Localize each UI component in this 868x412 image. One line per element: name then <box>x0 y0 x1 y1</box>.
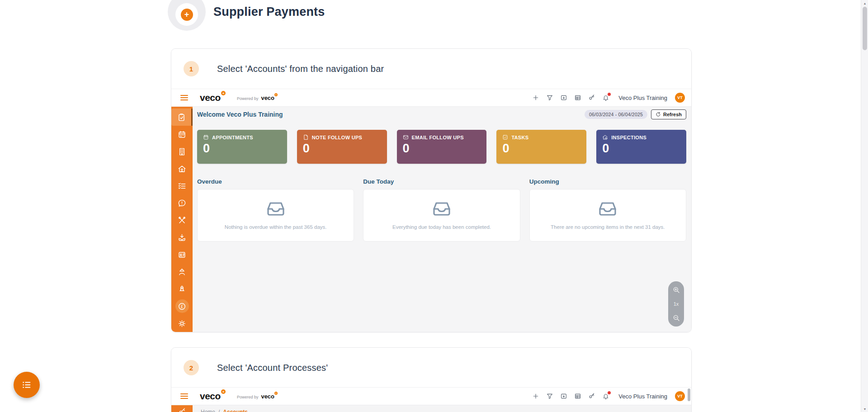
bell-icon[interactable] <box>602 94 610 102</box>
menu-icon[interactable] <box>180 95 188 100</box>
column-overdue: Overdue Nothing is overdue within the pa… <box>197 178 354 242</box>
zoom-out-icon[interactable] <box>672 314 680 322</box>
avatar[interactable]: VT <box>675 93 685 103</box>
sidebar-item-building-icon[interactable] <box>171 143 193 160</box>
breadcrumb: Home / Accounts <box>201 409 248 412</box>
app-navbar: veco+ Powered by veco+ Veco Plus Trainin… <box>171 388 691 405</box>
notification-dot <box>608 391 611 394</box>
avatar[interactable]: VT <box>675 391 685 401</box>
inbox-tray-icon <box>598 201 617 218</box>
stat-card-appointments[interactable]: APPOINTMENTS 0 <box>197 130 287 164</box>
app-sidebar: £ <box>171 107 193 332</box>
sidebar-item-house-user-icon[interactable] <box>171 160 193 177</box>
task-check-icon <box>502 134 508 140</box>
breadcrumb-current[interactable]: Accounts <box>223 409 248 412</box>
scroll-up-icon[interactable]: ▲ <box>861 0 868 6</box>
user-name[interactable]: Veco Plus Training <box>618 393 667 400</box>
bell-icon[interactable] <box>602 392 610 400</box>
step-1-screenshot: veco+ Powered by veco+ Veco Plus Trainin… <box>171 89 691 332</box>
zoom-control: 1x <box>668 281 684 327</box>
table-icon[interactable] <box>574 392 582 400</box>
stat-card-email-follow-ups[interactable]: EMAIL FOLLOW UPS 0 <box>397 130 487 164</box>
column-due-today: Due Today Everything due today has been … <box>363 178 520 242</box>
sidebar-item-worker-icon[interactable] <box>171 263 193 280</box>
key-icon[interactable] <box>588 392 596 400</box>
app-navbar: veco+ Powered by veco+ Veco Plus Trainin… <box>171 89 691 107</box>
logo-plus-icon: + <box>221 389 226 394</box>
doc-badge-inner: + <box>175 3 198 26</box>
breadcrumb-row: Home / Accounts <box>171 405 691 412</box>
column-upcoming: Upcoming There are no upcoming items in … <box>529 178 686 242</box>
menu-icon[interactable] <box>180 393 188 399</box>
refresh-icon <box>656 112 661 117</box>
step-2-screenshot: veco+ Powered by veco+ Veco Plus Trainin… <box>171 387 691 412</box>
house-check-icon <box>602 134 608 140</box>
step-2-header: 2 Select 'Account Processes' <box>171 348 691 388</box>
sidebar-item-tools-icon[interactable] <box>171 212 193 229</box>
step-2-card: 2 Select 'Account Processes' veco+ Power… <box>171 347 692 412</box>
stat-card-tasks[interactable]: TASKS 0 <box>496 130 586 164</box>
filter-icon[interactable] <box>546 392 554 400</box>
zoom-in-icon[interactable] <box>672 286 680 294</box>
doc-badge: + <box>168 0 206 31</box>
page-title: Supplier Payments <box>213 5 325 19</box>
column-title: Due Today <box>363 178 520 185</box>
scrollbar-thumb[interactable] <box>863 7 867 50</box>
import-icon[interactable] <box>560 94 568 102</box>
sidebar-item-chat-alert-icon[interactable] <box>171 194 193 212</box>
user-name[interactable]: Veco Plus Training <box>618 95 667 101</box>
empty-message: Nothing is overdue within the past 365 d… <box>225 224 327 230</box>
sidebar-item-id-card-icon[interactable] <box>171 246 193 263</box>
empty-state-card: There are no upcoming items in the next … <box>529 189 686 242</box>
page-scrollbar[interactable]: ▲ ▼ <box>861 0 868 412</box>
empty-message: Everything due today has been completed. <box>392 224 491 230</box>
notification-dot <box>608 93 611 96</box>
sidebar-item-pound-icon[interactable]: £ <box>171 298 193 315</box>
stat-card-row: APPOINTMENTS 0 NOTE FOLLOW UPS 0 EMAIL F… <box>197 130 686 164</box>
powered-by: Powered by veco+ <box>237 393 278 400</box>
sidebar-item-download-icon[interactable] <box>171 229 193 246</box>
date-range-badge: 06/03/2024 - 06/04/2025 <box>585 110 647 119</box>
sidebar-item-calendar-icon[interactable] <box>171 126 193 143</box>
stat-card-inspections[interactable]: INSPECTIONS 0 <box>596 130 686 164</box>
stat-value: 0 <box>403 142 481 155</box>
add-icon[interactable] <box>532 392 540 400</box>
stat-card-note-follow-ups[interactable]: NOTE FOLLOW UPS 0 <box>297 130 387 164</box>
table-icon[interactable] <box>574 94 582 102</box>
powered-veco-logo: veco+ <box>261 95 278 101</box>
steps-list-fab[interactable] <box>14 372 40 398</box>
filter-icon[interactable] <box>546 94 554 102</box>
sidebar-item-key-icon[interactable] <box>178 407 186 412</box>
stat-value: 0 <box>602 142 680 155</box>
list-icon <box>22 380 32 390</box>
empty-state-card: Nothing is overdue within the past 365 d… <box>197 189 354 242</box>
note-icon <box>303 134 309 140</box>
app-sidebar-stub <box>171 405 193 412</box>
sidebar-item-gear-icon[interactable] <box>171 315 193 332</box>
welcome-heading: Welcome Veco Plus Training <box>197 111 283 118</box>
refresh-button[interactable]: Refresh <box>651 109 686 119</box>
plus-icon: + <box>181 9 193 21</box>
import-icon[interactable] <box>560 392 568 400</box>
veco-logo[interactable]: veco+ <box>200 391 225 402</box>
add-icon[interactable] <box>532 94 540 102</box>
sidebar-item-clipboard-check-icon[interactable] <box>171 109 193 126</box>
stat-value: 0 <box>303 142 381 155</box>
stat-value: 0 <box>502 142 580 155</box>
scroll-down-icon[interactable]: ▼ <box>861 406 868 412</box>
svg-text:£: £ <box>181 304 184 308</box>
calendar-icon <box>203 134 209 140</box>
veco-logo[interactable]: veco+ <box>200 92 225 103</box>
powered-by: Powered by veco+ <box>237 95 278 101</box>
sidebar-item-checklist-icon[interactable] <box>171 177 193 194</box>
key-icon[interactable] <box>588 94 596 102</box>
step-1-title: Select 'Accounts' from the navigation ba… <box>217 64 384 74</box>
inbox-tray-icon <box>266 201 285 218</box>
sidebar-item-rocket-icon[interactable] <box>171 280 193 298</box>
breadcrumb-home[interactable]: Home <box>201 409 215 412</box>
inner-scrollbar-thumb[interactable] <box>688 388 690 401</box>
envelope-icon <box>403 134 409 140</box>
logo-plus-icon: + <box>221 91 226 95</box>
status-columns: Overdue Nothing is overdue within the pa… <box>197 178 686 242</box>
column-title: Upcoming <box>529 178 686 185</box>
